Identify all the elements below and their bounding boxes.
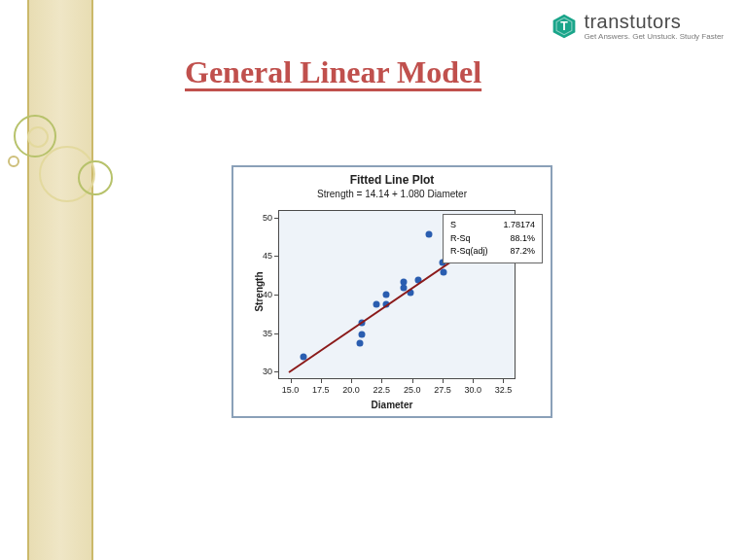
data-point (374, 301, 380, 308)
y-tick-label: 30 (263, 367, 272, 376)
stat-value: 87.2% (503, 246, 535, 258)
x-tick-label: 27.5 (434, 385, 451, 395)
data-point (359, 332, 366, 338)
data-point (400, 278, 407, 285)
svg-text:T: T (561, 19, 569, 33)
data-point (383, 292, 390, 298)
slide: T transtutors Get Answers. Get Unstuck. … (0, 0, 747, 560)
x-tick-label: 20.0 (342, 385, 360, 395)
data-point (356, 340, 363, 347)
stat-value: 1.78174 (503, 220, 535, 231)
hexagon-icon: T (551, 13, 578, 40)
chart-title: Fitted Line Plot (233, 173, 551, 187)
brand-tagline: Get Answers. Get Unstuck. Study Faster (584, 33, 724, 41)
stat-row: S1.78174 (450, 220, 535, 231)
data-point (425, 230, 432, 237)
stat-label: R-Sq(adj) (450, 246, 502, 258)
y-tick-label: 45 (263, 251, 272, 261)
stat-row: R-Sq(adj)87.2% (450, 246, 535, 258)
page-title: General Linear Model (185, 54, 481, 90)
y-tick-label: 35 (263, 329, 272, 338)
brand-name: transtutors (584, 12, 724, 31)
decorative-band (27, 0, 93, 560)
stat-label: R-Sq (450, 233, 502, 245)
x-tick-label: 25.0 (404, 385, 421, 395)
stats-box: S1.78174R-Sq88.1%R-Sq(adj)87.2% (443, 214, 543, 263)
decorative-ring (78, 160, 113, 195)
x-tick-label: 32.5 (495, 385, 513, 395)
chart-container: Fitted Line Plot Strength = 14.14 + 1.08… (231, 165, 552, 418)
chart-subtitle: Strength = 14.14 + 1.080 Diameter (233, 189, 551, 199)
data-point (440, 269, 446, 276)
stat-row: R-Sq88.1% (450, 233, 535, 245)
x-tick-label: 30.0 (464, 385, 481, 395)
brand-logo: T transtutors Get Answers. Get Unstuck. … (551, 12, 724, 41)
x-tick-label: 22.5 (374, 385, 391, 395)
y-tick-label: 50 (263, 213, 272, 223)
decorative-ring (8, 156, 19, 167)
x-tick-label: 17.5 (312, 385, 330, 395)
x-axis-label: Diameter (233, 400, 551, 410)
y-tick-label: 40 (263, 290, 272, 299)
stat-label: S (450, 220, 502, 231)
decorative-ring (27, 126, 49, 148)
stat-value: 88.1% (503, 233, 535, 245)
x-tick-label: 15.0 (282, 385, 300, 395)
